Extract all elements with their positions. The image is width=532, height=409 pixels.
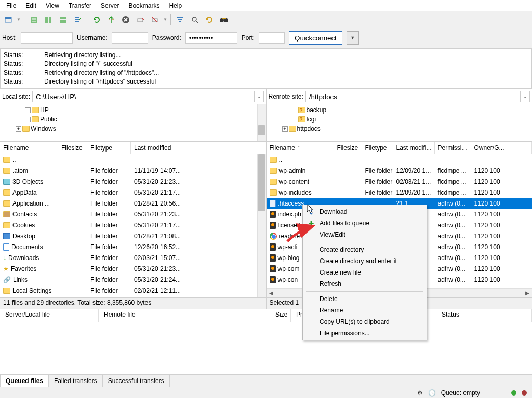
list-item[interactable]: .atom File folder 11/11/19 14:07...	[0, 165, 266, 176]
context-item-view-edit[interactable]: View/Edit	[304, 229, 425, 240]
list-item[interactable]: Application ... File folder 01/28/21 20:…	[0, 198, 266, 209]
owner: 1120 100	[471, 276, 533, 283]
tree-node[interactable]: httpdocs	[297, 125, 321, 132]
menu-view[interactable]: View	[42, 1, 63, 10]
menu-bookmarks[interactable]: Bookmarks	[124, 1, 164, 10]
expand-icon[interactable]: +	[25, 107, 31, 113]
col-owner[interactable]: Owner/G...	[471, 142, 533, 154]
col-lastmod[interactable]: Last modifi...	[393, 142, 435, 154]
list-item[interactable]: Documents File folder 12/26/20 16:52...	[0, 241, 266, 252]
sync-browse-button[interactable]	[71, 13, 84, 26]
col-lastmod[interactable]: Last modified	[131, 142, 198, 154]
status-log[interactable]: Status:Retrieving directory listing... S…	[0, 48, 532, 89]
context-item-refresh[interactable]: Refresh	[304, 278, 425, 290]
col-perm[interactable]: Permissi...	[435, 142, 471, 154]
col-filesize[interactable]: Filesize	[58, 142, 87, 154]
host-input[interactable]	[21, 32, 73, 44]
sitemanager-button[interactable]	[2, 13, 15, 26]
local-tree[interactable]: +HP +Public +Windows	[0, 104, 267, 142]
menu-file[interactable]: File	[2, 1, 20, 10]
tab-failed[interactable]: Failed transfers	[48, 375, 103, 387]
expand-icon[interactable]: +	[282, 126, 288, 132]
filter-button[interactable]	[174, 13, 187, 26]
list-item[interactable]: 3D Objects File folder 05/31/20 21:23...	[0, 176, 266, 187]
scrollbar[interactable]	[257, 154, 266, 297]
col-filetype[interactable]: Filetype	[362, 142, 393, 154]
context-item-copy-url-s-to-clipboard[interactable]: Copy URL(s) to clipboard	[304, 316, 425, 328]
list-item[interactable]: wp-content File folder 02/03/21 1... flc…	[267, 176, 533, 187]
tree-node[interactable]: backup	[307, 106, 327, 114]
process-queue-button[interactable]	[105, 13, 117, 26]
list-item[interactable]: Desktop File folder 01/28/21 21:08...	[0, 230, 266, 241]
context-item-create-directory[interactable]: Create directory	[304, 244, 425, 255]
scrollbar[interactable]	[257, 104, 266, 141]
col-local-file[interactable]: Server/Local file	[0, 309, 99, 322]
col-remote-file[interactable]: Remote file	[99, 309, 270, 322]
context-item-download[interactable]: ⬇Download	[304, 206, 425, 217]
col-filename[interactable]: Filename⌃	[267, 142, 334, 154]
list-item[interactable]: 🔗Links File folder 05/31/20 21:24...	[0, 274, 266, 285]
local-file-list[interactable]: Filename Filesize Filetype Last modified…	[0, 142, 267, 297]
context-item-create-new-file[interactable]: Create new file	[304, 267, 425, 278]
col-size[interactable]: Size	[270, 309, 291, 322]
list-item[interactable]: wp-admin File folder 12/09/20 1... flcdm…	[267, 165, 533, 176]
toggle-log-button[interactable]	[28, 13, 40, 26]
list-item[interactable]: ..	[267, 154, 533, 165]
list-item[interactable]: ..	[0, 154, 266, 165]
username-input[interactable]	[112, 32, 148, 44]
remote-tree[interactable]: backup fcgi +httpdocs	[267, 104, 533, 142]
compare-button[interactable]	[203, 13, 216, 26]
tree-node[interactable]: HP	[40, 106, 49, 114]
col-filesize[interactable]: Filesize	[334, 142, 362, 154]
tree-node[interactable]: Public	[40, 116, 57, 123]
expand-icon[interactable]: +	[16, 126, 21, 132]
remote-site-input[interactable]	[305, 91, 521, 102]
local-site-dropdown[interactable]: ⌵	[255, 91, 264, 102]
transfer-queue[interactable]	[0, 322, 532, 374]
context-item-rename[interactable]: Rename	[304, 305, 425, 316]
context-item-delete[interactable]: Delete	[304, 293, 425, 305]
refresh-button[interactable]	[90, 13, 103, 26]
context-item-file-permissions-[interactable]: File permissions...	[304, 328, 425, 339]
port-input[interactable]	[259, 32, 285, 44]
quickconnect-dropdown[interactable]: ▼	[347, 31, 359, 45]
binoculars-button[interactable]	[218, 13, 230, 26]
lastmod: 02/03/21 1...	[393, 178, 435, 185]
cancel-button[interactable]	[119, 13, 132, 26]
col-filename[interactable]: Filename	[0, 142, 58, 154]
folder-icon	[3, 189, 10, 196]
expand-icon[interactable]: +	[25, 117, 31, 122]
password-input[interactable]	[185, 32, 237, 44]
menu-edit[interactable]: Edit	[21, 1, 41, 10]
local-site-input[interactable]	[32, 91, 254, 102]
menu-help[interactable]: Help	[165, 1, 186, 10]
menu-transfer[interactable]: Transfer	[64, 1, 96, 10]
menu-server[interactable]: Server	[97, 1, 123, 10]
toggle-queue-button[interactable]	[57, 13, 69, 26]
filetype: File folder	[87, 222, 131, 229]
context-item-create-directory-and-enter-it[interactable]: Create directory and enter it	[304, 255, 425, 267]
settings-icon[interactable]: ⚙	[417, 389, 423, 397]
list-item[interactable]: Contacts File folder 05/31/20 21:23...	[0, 209, 266, 220]
tree-node[interactable]: Windows	[31, 125, 56, 132]
quickconnect-button[interactable]: Quickconnect	[289, 31, 342, 45]
list-item[interactable]: AppData File folder 05/31/20 21:17...	[0, 187, 266, 198]
list-item[interactable]: ↓Downloads File folder 02/03/21 15:07...	[0, 252, 266, 263]
list-item[interactable]: Local Settings File folder 02/02/21 12:1…	[0, 285, 266, 296]
owner: 1120 100	[471, 189, 533, 196]
list-item[interactable]: Cookies File folder 05/31/20 21:17...	[0, 220, 266, 230]
col-filetype[interactable]: Filetype	[87, 142, 131, 154]
reconnect-button[interactable]	[149, 13, 161, 26]
remote-site-dropdown[interactable]: ⌵	[521, 91, 530, 102]
tree-node[interactable]: fcgi	[307, 116, 316, 123]
context-item-add-files-to-queue[interactable]: ✚Add files to queue	[304, 217, 425, 229]
list-item[interactable]: ★Favorites File folder 05/31/20 21:23...	[0, 263, 266, 274]
filename: 3D Objects	[12, 178, 43, 185]
list-item[interactable]: wp-includes File folder 12/09/20 1... fl…	[267, 187, 533, 198]
toggle-tree-button[interactable]	[42, 13, 55, 26]
tab-successful[interactable]: Successful transfers	[102, 375, 170, 387]
tab-queued[interactable]: Queued files	[0, 375, 49, 387]
disconnect-button[interactable]	[134, 13, 147, 26]
search-button[interactable]	[189, 13, 201, 26]
col-status[interactable]: Status	[436, 309, 532, 322]
